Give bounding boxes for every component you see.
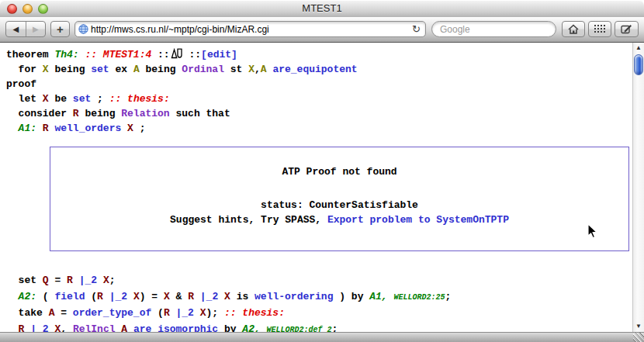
page-content: theorem Th4: :: MTEST1:4 :: ::[edit] for… (0, 43, 632, 332)
constant-variable: R (164, 307, 170, 319)
scrollbar-thumb[interactable] (634, 54, 643, 75)
code-link[interactable]: set (91, 64, 109, 75)
forward-button[interactable]: ▶ (26, 22, 46, 36)
compose-icon (621, 24, 632, 34)
scroll-up-button[interactable]: ▲ (633, 43, 644, 54)
constant-variable: X (200, 307, 206, 319)
code-comment: :: MTEST1:4 (85, 49, 158, 60)
code-line: R |_2 X, RelIncl A are_isomorphic by A2,… (6, 321, 632, 332)
code-link[interactable]: are_isomorphic (133, 323, 218, 332)
code-text: ) (333, 291, 351, 302)
code-text: = (49, 275, 67, 286)
code-visited-link[interactable]: RelIncl (73, 323, 116, 332)
atp-action-suggest-hints[interactable]: Suggest hints (170, 214, 248, 226)
keyword: let (19, 93, 43, 105)
code-text: ; (91, 93, 109, 105)
code-link[interactable]: |_2 (109, 291, 127, 302)
code-text (6, 64, 19, 75)
url-input[interactable] (88, 24, 410, 35)
code-comment: :: thesis: (109, 93, 170, 105)
keyword: proof (6, 78, 36, 90)
atp-call-icon[interactable] (171, 47, 182, 60)
code-text: ( (85, 291, 97, 302)
code-link[interactable]: set (73, 93, 91, 105)
code-text (170, 108, 176, 119)
resize-grip[interactable] (633, 333, 644, 342)
vertical-scrollbar[interactable]: ▲ ▼ (632, 43, 644, 332)
code-link[interactable]: [edit] (201, 49, 237, 60)
code-text (127, 291, 133, 302)
window-title: MTEST1 (0, 2, 644, 14)
code-text: ; (445, 291, 452, 302)
edit-button[interactable] (615, 21, 639, 37)
keyword: being (54, 64, 91, 75)
reload-icon[interactable]: ↻ (410, 24, 422, 34)
scroll-down-button[interactable]: ▼ (633, 321, 644, 332)
code-comment: :: thesis: (224, 307, 285, 319)
code-text: ; (133, 123, 146, 134)
code-text: ( (43, 291, 55, 302)
bound-variable: A (133, 64, 140, 75)
code-text (170, 307, 176, 319)
code-link[interactable]: well-ordering (254, 291, 333, 302)
code-text (127, 323, 133, 332)
constant-variable: R (67, 275, 73, 286)
atp-action-export-problem-to-systemontptp[interactable]: Export problem to SystemOnTPTP (327, 214, 509, 226)
bound-variable: X (43, 64, 49, 75)
code-text (224, 64, 230, 75)
code-text (6, 275, 19, 286)
code-line: theorem Th4: :: MTEST1:4 :: ::[edit] (6, 47, 632, 62)
add-bookmark-button[interactable]: + (50, 21, 70, 37)
code-line: for X being set ex A being Ordinal st X,… (6, 62, 632, 77)
constant-variable: R (97, 291, 103, 302)
proof-label: A1: (19, 123, 43, 134)
code-line: consider R being Relation such that (6, 106, 632, 121)
search-input[interactable] (438, 23, 562, 36)
code-visited-link[interactable]: Relation (121, 108, 169, 119)
proof-label: A1, (369, 291, 393, 302)
address-bar[interactable]: ↻ (74, 21, 426, 37)
constant-variable: X (164, 291, 170, 302)
code-line: proof (6, 77, 632, 92)
back-button[interactable]: ◀ (6, 22, 26, 36)
keyword: set (19, 275, 43, 286)
action-separator: , (315, 214, 327, 226)
code-text (218, 291, 224, 302)
constant-variable: X (224, 291, 230, 302)
code-text (6, 291, 19, 302)
code-visited-link[interactable]: Ordinal (182, 64, 224, 75)
home-button[interactable] (562, 21, 585, 37)
code-text: , (254, 64, 261, 75)
code-link[interactable]: |_2 (176, 307, 194, 319)
code-text (97, 275, 103, 286)
bound-variable: A (261, 64, 267, 75)
atp-action-try-spass[interactable]: Try SPASS (261, 214, 315, 226)
code-link[interactable]: are_equipotent (272, 64, 357, 75)
code-link[interactable]: field (54, 291, 85, 302)
keyword: be (54, 93, 72, 105)
code-text: ; (332, 323, 338, 332)
code-link[interactable]: order_type_of (73, 307, 151, 319)
theorem-reference: WELLORD2:25 (393, 293, 445, 302)
atp-actions-line: Suggest hints, Try SPASS, Export problem… (50, 212, 628, 227)
code-link[interactable]: |_2 (30, 323, 48, 332)
code-text: ( (151, 307, 164, 319)
code-link[interactable]: |_2 (200, 291, 218, 302)
globe-favicon (78, 24, 88, 34)
search-bar[interactable] (431, 21, 556, 37)
code-text: :: (158, 49, 170, 60)
code-text (194, 307, 200, 319)
keyword: theorem (6, 49, 54, 60)
keyword: is (237, 291, 254, 302)
keyword: take (19, 307, 49, 319)
code-link[interactable]: well_orders (54, 123, 121, 134)
keyword: being (146, 64, 182, 75)
code-line: take A = order_type_of (R |_2 X); :: the… (6, 305, 632, 321)
code-link[interactable]: |_2 (79, 275, 97, 286)
grid-view-button[interactable] (588, 21, 611, 37)
title-bar[interactable]: MTEST1 (0, 0, 644, 18)
code-line: A1: R well_orders X ; (6, 121, 632, 136)
proof-label: Th4: (54, 49, 85, 60)
browser-toolbar: ◀ ▶ + ↻ (0, 17, 644, 43)
constant-variable: A (121, 323, 127, 332)
